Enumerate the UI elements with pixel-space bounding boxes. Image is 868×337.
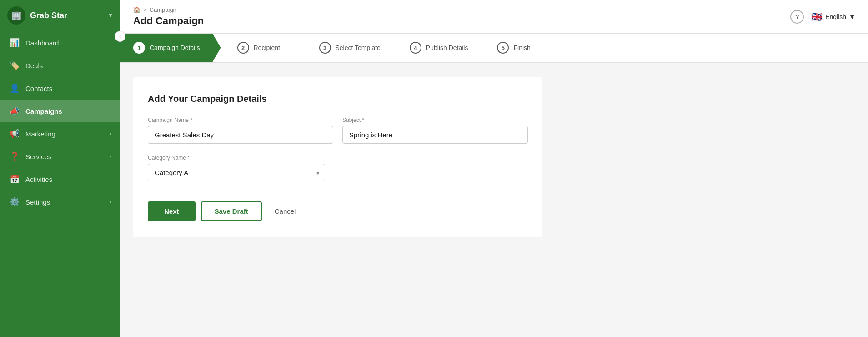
category-select-wrapper: Category ACategory BCategory C ▾ [148, 164, 325, 181]
step-recipient[interactable]: 2 Recipient [221, 34, 303, 62]
next-button[interactable]: Next [148, 201, 196, 221]
step-label-campaign-details: Campaign Details [150, 44, 200, 51]
step-num-publish-details: 4 [410, 42, 421, 54]
main-content: 🏠 > Campaign Add Campaign ? 🇬🇧 English ▼… [120, 0, 868, 337]
sidebar-item-label-deals: Deals [25, 62, 43, 70]
logo-icon: 🏢 [7, 6, 25, 25]
services-icon: ❓ [9, 151, 20, 161]
settings-expand-icon: › [110, 199, 111, 205]
category-label: Category Name * [148, 155, 325, 161]
sidebar-item-contacts[interactable]: 👤 Contacts [0, 77, 120, 100]
step-finish[interactable]: 5 Finish [481, 34, 562, 62]
breadcrumb: 🏠 > Campaign [133, 6, 204, 13]
sidebar-item-label-settings: Settings [25, 198, 50, 206]
breadcrumb-campaign: Campaign [150, 6, 176, 13]
marketing-icon: 📢 [9, 129, 20, 139]
sidebar-item-services[interactable]: ❓ Services › [0, 145, 120, 168]
campaign-name-label: Campaign Name * [148, 117, 333, 123]
step-num-select-template: 3 [319, 42, 331, 54]
logo-text: Grab Star [30, 11, 103, 20]
step-campaign-details[interactable]: 1 Campaign Details [120, 34, 221, 62]
sidebar-item-label-activities: Activities [25, 176, 52, 183]
category-select[interactable]: Category ACategory BCategory C [148, 164, 325, 181]
category-group: Category Name * Category ACategory BCate… [148, 155, 325, 181]
collapse-sidebar-button[interactable]: ‹ [115, 31, 125, 42]
page-title: Add Campaign [133, 15, 204, 27]
subject-label: Subject * [342, 117, 528, 123]
sidebar-item-marketing[interactable]: 📢 Marketing › [0, 122, 120, 145]
header: 🏠 > Campaign Add Campaign ? 🇬🇧 English ▼ [120, 0, 868, 34]
help-button[interactable]: ? [790, 10, 804, 24]
save-draft-button[interactable]: Save Draft [201, 201, 262, 221]
breadcrumb-home-icon: 🏠 [133, 6, 140, 13]
content-area: Add Your Campaign Details Campaign Name … [120, 63, 868, 337]
step-num-recipient: 2 [237, 42, 249, 54]
sidebar-item-campaigns[interactable]: 📣 Campaigns [0, 100, 120, 122]
header-actions: ? 🇬🇧 English ▼ [790, 10, 855, 24]
sidebar-item-deals[interactable]: 🏷️ Deals [0, 54, 120, 77]
sidebar-logo[interactable]: 🏢 Grab Star ▼ [0, 0, 120, 31]
cancel-button[interactable]: Cancel [267, 201, 303, 221]
step-label-select-template: Select Template [336, 44, 381, 51]
card-title: Add Your Campaign Details [148, 94, 528, 104]
sidebar-item-settings[interactable]: ⚙️ Settings › [0, 191, 120, 213]
language-label: English [825, 13, 846, 20]
sidebar: 🏢 Grab Star ▼ 📊 Dashboard 🏷️ Deals 👤 Con… [0, 0, 120, 337]
nav-list: 📊 Dashboard 🏷️ Deals 👤 Contacts 📣 Campai… [0, 31, 120, 213]
header-left: 🏠 > Campaign Add Campaign [133, 6, 204, 27]
marketing-expand-icon: › [110, 131, 111, 137]
step-label-finish: Finish [513, 44, 530, 51]
sidebar-item-label-campaigns: Campaigns [25, 107, 62, 115]
sidebar-item-activities[interactable]: 📅 Activities [0, 168, 120, 191]
sidebar-item-label-marketing: Marketing [25, 130, 55, 138]
flag-icon: 🇬🇧 [811, 11, 823, 22]
form-row-2: Category Name * Category ACategory BCate… [148, 155, 528, 181]
breadcrumb-separator: > [143, 6, 147, 13]
step-label-publish-details: Publish Details [426, 44, 468, 51]
deals-icon: 🏷️ [9, 60, 20, 70]
services-expand-icon: › [110, 153, 111, 160]
logo-chevron-icon: ▼ [108, 12, 113, 19]
campaign-name-group: Campaign Name * [148, 117, 333, 144]
campaigns-icon: 📣 [9, 106, 20, 116]
stepper: 1 Campaign Details 2 Recipient 3 Select … [120, 34, 868, 63]
lang-chevron-icon: ▼ [849, 13, 855, 20]
step-select-template[interactable]: 3 Select Template [303, 34, 393, 62]
sidebar-item-label-services: Services [25, 153, 52, 161]
activities-icon: 📅 [9, 174, 20, 184]
form-row-1: Campaign Name * Subject * [148, 117, 528, 144]
step-num-campaign-details: 1 [133, 42, 145, 54]
sidebar-item-label-contacts: Contacts [25, 85, 52, 92]
dashboard-icon: 📊 [9, 38, 20, 48]
settings-icon: ⚙️ [9, 197, 20, 207]
step-num-finish: 5 [497, 42, 509, 54]
language-selector[interactable]: 🇬🇧 English ▼ [811, 11, 855, 22]
sidebar-item-label-dashboard: Dashboard [25, 39, 59, 47]
campaign-details-card: Add Your Campaign Details Campaign Name … [133, 77, 542, 237]
sidebar-item-dashboard[interactable]: 📊 Dashboard [0, 31, 120, 54]
subject-input[interactable] [342, 126, 528, 144]
button-row: Next Save Draft Cancel [148, 192, 528, 221]
campaign-name-input[interactable] [148, 126, 333, 144]
step-label-recipient: Recipient [254, 44, 280, 51]
subject-group: Subject * [342, 117, 528, 144]
step-publish-details[interactable]: 4 Publish Details [393, 34, 481, 62]
contacts-icon: 👤 [9, 83, 20, 93]
